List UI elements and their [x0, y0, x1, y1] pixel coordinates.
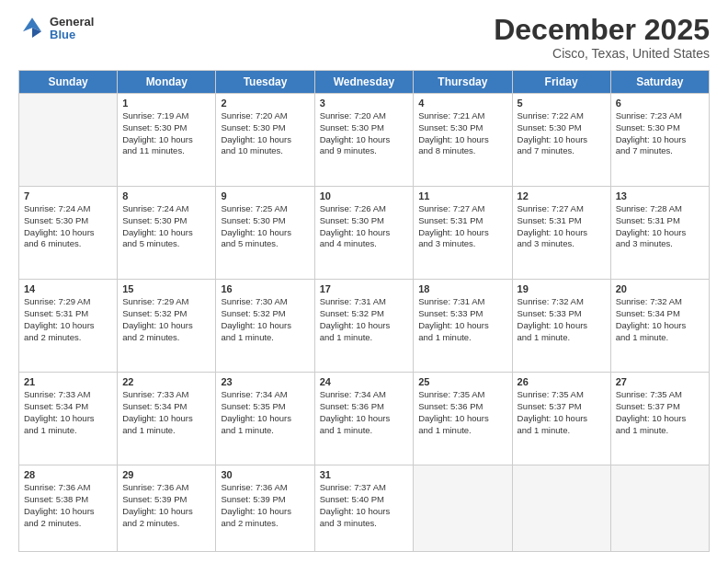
month-year-title: December 2025: [494, 15, 710, 44]
calendar-header-monday: Monday: [118, 71, 216, 94]
day-info: Sunrise: 7:19 AMSunset: 5:30 PMDaylight:…: [122, 110, 210, 157]
calendar-header-wednesday: Wednesday: [314, 71, 414, 94]
day-number: 17: [320, 283, 409, 294]
calendar-cell: 24Sunrise: 7:34 AMSunset: 5:36 PMDayligh…: [314, 373, 414, 465]
calendar-cell: 23Sunrise: 7:34 AMSunset: 5:35 PMDayligh…: [216, 373, 314, 465]
calendar-cell: 8Sunrise: 7:24 AMSunset: 5:30 PMDaylight…: [118, 187, 216, 280]
calendar-cell: 27Sunrise: 7:35 AMSunset: 5:37 PMDayligh…: [610, 373, 709, 465]
day-number: 1: [122, 98, 210, 109]
day-number: 10: [320, 190, 409, 201]
calendar-header-sunday: Sunday: [19, 71, 118, 94]
calendar-cell: 3Sunrise: 7:20 AMSunset: 5:30 PMDaylight…: [314, 94, 414, 187]
day-number: 27: [616, 376, 704, 387]
calendar-cell: 7Sunrise: 7:24 AMSunset: 5:30 PMDaylight…: [19, 187, 118, 280]
day-number: 18: [418, 283, 506, 294]
day-info: Sunrise: 7:31 AMSunset: 5:32 PMDaylight:…: [320, 296, 409, 343]
calendar-cell: 17Sunrise: 7:31 AMSunset: 5:32 PMDayligh…: [314, 280, 414, 373]
day-info: Sunrise: 7:37 AMSunset: 5:40 PMDaylight:…: [320, 482, 409, 529]
week-row-3: 14Sunrise: 7:29 AMSunset: 5:31 PMDayligh…: [19, 280, 710, 373]
day-info: Sunrise: 7:35 AMSunset: 5:36 PMDaylight:…: [418, 389, 506, 436]
calendar-cell: 9Sunrise: 7:25 AMSunset: 5:30 PMDaylight…: [216, 187, 314, 280]
day-info: Sunrise: 7:34 AMSunset: 5:36 PMDaylight:…: [320, 389, 409, 436]
calendar-cell: 2Sunrise: 7:20 AMSunset: 5:30 PMDaylight…: [216, 94, 314, 187]
day-number: 26: [518, 376, 606, 387]
day-info: Sunrise: 7:29 AMSunset: 5:32 PMDaylight:…: [122, 296, 210, 343]
day-number: 24: [320, 376, 409, 387]
day-info: Sunrise: 7:32 AMSunset: 5:34 PMDaylight:…: [616, 296, 704, 343]
day-info: Sunrise: 7:36 AMSunset: 5:38 PMDaylight:…: [24, 482, 112, 529]
day-info: Sunrise: 7:27 AMSunset: 5:31 PMDaylight:…: [518, 203, 606, 250]
day-number: 14: [24, 283, 112, 294]
calendar-cell: 29Sunrise: 7:36 AMSunset: 5:39 PMDayligh…: [118, 465, 216, 552]
day-info: Sunrise: 7:31 AMSunset: 5:33 PMDaylight:…: [418, 296, 506, 343]
day-number: 2: [221, 98, 309, 109]
day-number: 9: [221, 190, 309, 201]
day-number: 30: [221, 469, 309, 480]
page: General Blue December 2025 Cisco, Texas,…: [0, 0, 728, 563]
calendar-header-friday: Friday: [512, 71, 610, 94]
title-section: December 2025 Cisco, Texas, United State…: [494, 15, 710, 61]
calendar-cell: 18Sunrise: 7:31 AMSunset: 5:33 PMDayligh…: [414, 280, 512, 373]
week-row-4: 21Sunrise: 7:33 AMSunset: 5:34 PMDayligh…: [19, 373, 710, 465]
calendar-cell: 4Sunrise: 7:21 AMSunset: 5:30 PMDaylight…: [414, 94, 512, 187]
calendar-header-saturday: Saturday: [610, 71, 709, 94]
calendar-cell: 28Sunrise: 7:36 AMSunset: 5:38 PMDayligh…: [19, 465, 118, 552]
calendar-header-thursday: Thursday: [414, 71, 512, 94]
logo-blue: Blue: [50, 29, 94, 41]
day-info: Sunrise: 7:20 AMSunset: 5:30 PMDaylight:…: [221, 110, 309, 157]
top-section: General Blue December 2025 Cisco, Texas,…: [18, 15, 710, 61]
day-info: Sunrise: 7:34 AMSunset: 5:35 PMDaylight:…: [221, 389, 309, 436]
calendar-cell: 19Sunrise: 7:32 AMSunset: 5:33 PMDayligh…: [512, 280, 610, 373]
day-number: 20: [616, 283, 704, 294]
day-number: 16: [221, 283, 309, 294]
day-info: Sunrise: 7:29 AMSunset: 5:31 PMDaylight:…: [24, 296, 112, 343]
day-number: 22: [122, 376, 210, 387]
day-info: Sunrise: 7:32 AMSunset: 5:33 PMDaylight:…: [518, 296, 606, 343]
day-number: 31: [320, 469, 409, 480]
day-number: 13: [616, 190, 704, 201]
week-row-2: 7Sunrise: 7:24 AMSunset: 5:30 PMDaylight…: [19, 187, 710, 280]
logo-general: General: [50, 16, 94, 29]
day-info: Sunrise: 7:24 AMSunset: 5:30 PMDaylight:…: [24, 203, 112, 250]
day-info: Sunrise: 7:35 AMSunset: 5:37 PMDaylight:…: [518, 389, 606, 436]
day-info: Sunrise: 7:33 AMSunset: 5:34 PMDaylight:…: [122, 389, 210, 436]
calendar-cell: 30Sunrise: 7:36 AMSunset: 5:39 PMDayligh…: [216, 465, 314, 552]
calendar-cell: 26Sunrise: 7:35 AMSunset: 5:37 PMDayligh…: [512, 373, 610, 465]
week-row-5: 28Sunrise: 7:36 AMSunset: 5:38 PMDayligh…: [19, 465, 710, 552]
day-info: Sunrise: 7:24 AMSunset: 5:30 PMDaylight:…: [122, 203, 210, 250]
calendar-cell: [512, 465, 610, 552]
day-info: Sunrise: 7:28 AMSunset: 5:31 PMDaylight:…: [616, 203, 704, 250]
calendar-header-row: SundayMondayTuesdayWednesdayThursdayFrid…: [19, 71, 710, 94]
day-number: 28: [24, 469, 112, 480]
day-number: 12: [518, 190, 606, 201]
calendar-cell: 25Sunrise: 7:35 AMSunset: 5:36 PMDayligh…: [414, 373, 512, 465]
day-number: 25: [418, 376, 506, 387]
calendar-cell: [610, 465, 709, 552]
location-text: Cisco, Texas, United States: [494, 46, 710, 61]
logo-text: General Blue: [50, 16, 94, 42]
day-info: Sunrise: 7:30 AMSunset: 5:32 PMDaylight:…: [221, 296, 309, 343]
day-info: Sunrise: 7:21 AMSunset: 5:30 PMDaylight:…: [418, 110, 506, 157]
day-number: 4: [418, 98, 506, 109]
calendar-cell: 1Sunrise: 7:19 AMSunset: 5:30 PMDaylight…: [118, 94, 216, 187]
day-number: 15: [122, 283, 210, 294]
calendar-cell: 11Sunrise: 7:27 AMSunset: 5:31 PMDayligh…: [414, 187, 512, 280]
day-number: 21: [24, 376, 112, 387]
calendar-cell: 13Sunrise: 7:28 AMSunset: 5:31 PMDayligh…: [610, 187, 709, 280]
day-info: Sunrise: 7:20 AMSunset: 5:30 PMDaylight:…: [320, 110, 409, 157]
day-info: Sunrise: 7:35 AMSunset: 5:37 PMDaylight:…: [616, 389, 704, 436]
calendar-table: SundayMondayTuesdayWednesdayThursdayFrid…: [18, 70, 710, 552]
calendar-cell: 14Sunrise: 7:29 AMSunset: 5:31 PMDayligh…: [19, 280, 118, 373]
day-info: Sunrise: 7:36 AMSunset: 5:39 PMDaylight:…: [122, 482, 210, 529]
calendar-cell: 22Sunrise: 7:33 AMSunset: 5:34 PMDayligh…: [118, 373, 216, 465]
day-info: Sunrise: 7:27 AMSunset: 5:31 PMDaylight:…: [418, 203, 506, 250]
calendar-cell: 5Sunrise: 7:22 AMSunset: 5:30 PMDaylight…: [512, 94, 610, 187]
calendar-cell: 6Sunrise: 7:23 AMSunset: 5:30 PMDaylight…: [610, 94, 709, 187]
calendar-cell: 12Sunrise: 7:27 AMSunset: 5:31 PMDayligh…: [512, 187, 610, 280]
calendar-header-tuesday: Tuesday: [216, 71, 314, 94]
day-number: 23: [221, 376, 309, 387]
day-info: Sunrise: 7:22 AMSunset: 5:30 PMDaylight:…: [518, 110, 606, 157]
logo-bird-icon: [18, 15, 46, 42]
calendar-cell: 10Sunrise: 7:26 AMSunset: 5:30 PMDayligh…: [314, 187, 414, 280]
day-number: 5: [518, 98, 606, 109]
